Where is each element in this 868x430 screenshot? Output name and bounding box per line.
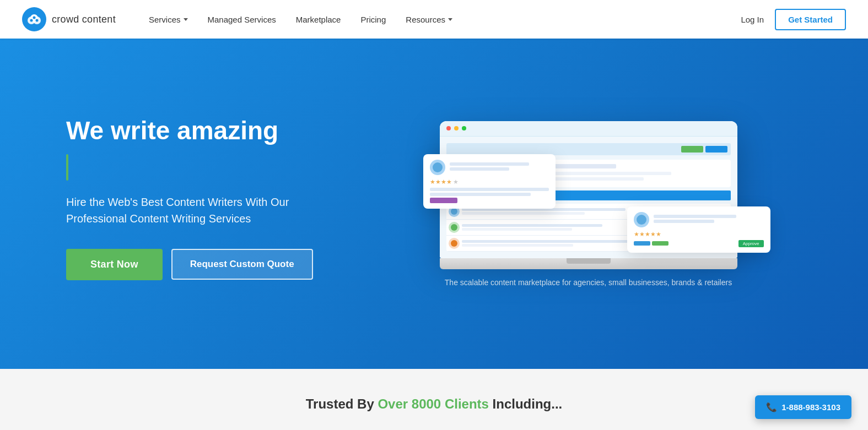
phone-number: 1-888-983-3103 [781, 402, 840, 412]
custom-quote-button[interactable]: Request Custom Quote [171, 249, 313, 280]
nav-actions: Log In Get Started [741, 9, 846, 30]
approve-button: Approve [738, 240, 764, 247]
hero-caption: The scalable content marketplace for age… [445, 278, 732, 287]
trusted-section: Trusted By Over 8000 Clients Including..… [0, 369, 868, 430]
start-now-button[interactable]: Start Now [66, 249, 163, 280]
hero-accent-bar [66, 154, 68, 181]
nav-managed-services[interactable]: Managed Services [208, 15, 276, 24]
hero-illustration: ★★★★★ [353, 110, 824, 287]
login-link[interactable]: Log In [741, 15, 764, 24]
chevron-down-icon [448, 18, 452, 21]
avatar-left [430, 160, 445, 175]
hero-buttons: Start Now Request Custom Quote [66, 249, 353, 280]
logo-icon [22, 7, 46, 31]
laptop-titlebar [440, 121, 737, 137]
dot-red [446, 126, 451, 130]
floating-card-right: ★★★★★ Approve [627, 206, 770, 253]
laptop-mockup: ★★★★★ [440, 121, 737, 269]
trusted-title: Trusted By Over 8000 Clients Including..… [44, 396, 824, 412]
dot-green [462, 126, 466, 130]
hero-content: We write amazing Hire the Web's Best Con… [66, 116, 353, 280]
screen-btn-green [681, 146, 703, 153]
chevron-down-icon [184, 18, 188, 21]
laptop-base [440, 258, 737, 269]
svg-point-5 [33, 17, 36, 19]
avatar-right [634, 212, 649, 227]
hero-subtitle: Hire the Web's Best Content Writers With… [66, 194, 320, 227]
nav-services[interactable]: Services [149, 15, 188, 24]
screen-btn-blue [705, 146, 727, 153]
hero-section: We write amazing Hire the Web's Best Con… [0, 39, 868, 369]
svg-point-4 [36, 19, 39, 22]
laptop-stand [567, 258, 611, 264]
dot-yellow [454, 126, 459, 130]
navbar: crowd content Services Managed Services … [0, 0, 868, 39]
nav-resources[interactable]: Resources [406, 15, 452, 24]
nav-pricing[interactable]: Pricing [360, 15, 386, 24]
nav-links: Services Managed Services Marketplace Pr… [149, 15, 741, 24]
phone-bar[interactable]: 📞 1-888-983-3103 [755, 395, 851, 419]
logo-text: crowd content [52, 14, 116, 25]
logo[interactable]: crowd content [22, 7, 116, 31]
floating-card-left: ★★★★★ [423, 154, 556, 209]
phone-icon: 📞 [766, 402, 777, 412]
screen-toolbar [446, 143, 731, 155]
get-started-button[interactable]: Get Started [775, 9, 846, 30]
hero-title: We write amazing [66, 116, 353, 145]
nav-marketplace[interactable]: Marketplace [296, 15, 341, 24]
svg-point-3 [30, 19, 33, 22]
